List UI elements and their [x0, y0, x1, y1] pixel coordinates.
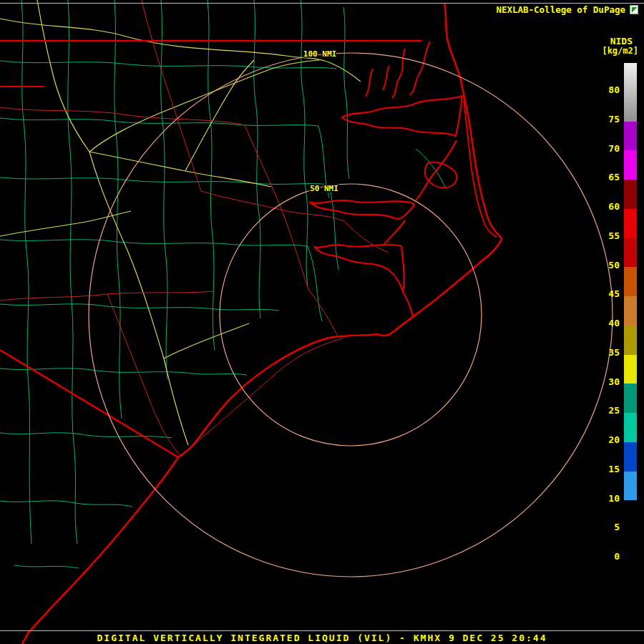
- colorbar-segment: [624, 530, 637, 559]
- colorbar-tick-label: 10: [608, 492, 620, 503]
- range-ring-50nmi: [220, 184, 482, 446]
- colorbar-segment: [624, 355, 637, 384]
- colorbar-tick-label: 5: [614, 522, 620, 532]
- state-border-south: [0, 350, 178, 457]
- coastline-path: [22, 3, 502, 644]
- colorbar-ticks: 80757065605550454035302520151050: [600, 0, 620, 644]
- colorbar-segment: [624, 63, 637, 122]
- river-north-1: [410, 42, 430, 95]
- roads-layer: [0, 0, 361, 445]
- range-ring-label-100: 100 NMI: [303, 49, 336, 59]
- neuse-mouth: [403, 291, 413, 317]
- colorbar-segment: [624, 326, 637, 355]
- colorbar-tick-label: 80: [608, 84, 620, 95]
- river-north-3: [383, 66, 389, 90]
- colorbar-segment: [624, 384, 637, 413]
- colorbar-tick-label: 25: [608, 405, 620, 416]
- colorbar-tick-label: 70: [608, 142, 620, 153]
- shore-connector: [384, 220, 405, 244]
- colorbar-tick-label: 65: [608, 172, 620, 182]
- neuse-river: [314, 245, 404, 291]
- sound-west-shore: [416, 140, 457, 200]
- colorbar-segment: [624, 472, 637, 501]
- colorbar-tick-label: 40: [608, 318, 620, 328]
- bottom-divider: [0, 630, 644, 631]
- colorbar-segment: [624, 296, 637, 326]
- colorbar-segment: [624, 150, 637, 180]
- colorbar-tick-label: 20: [608, 434, 620, 445]
- colorbar-segment: [624, 413, 637, 442]
- colorbar-segment: [624, 209, 637, 238]
- colorbar-segment: [624, 122, 637, 151]
- radar-map: 100 NMI 50 NMI: [0, 0, 644, 644]
- colorbar-segment: [624, 180, 637, 209]
- colorbar-segment: [624, 500, 637, 530]
- river-north-2: [392, 49, 405, 98]
- colorbar-segment: [624, 267, 637, 296]
- product-caption: DIGITAL VERTICALLY INTEGRATED LIQUID (VI…: [0, 633, 644, 643]
- river-north-4: [366, 69, 373, 97]
- colorbar-tick-label: 55: [608, 230, 620, 240]
- colorbar-tick-label: 15: [608, 463, 620, 474]
- college-of-dupage-logo-icon: [630, 5, 638, 14]
- range-ring-label-50: 50 NMI: [310, 184, 338, 193]
- range-ring-100nmi: [89, 53, 613, 577]
- colorbar-tick-label: 75: [608, 113, 620, 124]
- coastline-layer: [0, 3, 502, 644]
- colorbar-segment: [624, 238, 637, 268]
- colorbar-scale: [624, 63, 637, 559]
- colorbar-tick-label: 35: [608, 346, 620, 357]
- colorbar-segment: [624, 442, 637, 472]
- colorbar-tick-label: 50: [608, 259, 620, 270]
- colorbar-tick-label: 60: [608, 201, 620, 212]
- colorbar-tick-label: 0: [614, 551, 620, 562]
- range-rings-layer: [89, 53, 613, 577]
- radar-display: 100 NMI 50 NMI NEXLAB-College of DuPage …: [0, 0, 644, 644]
- albemarle-sound: [342, 96, 462, 136]
- colorbar-tick-label: 45: [608, 288, 620, 299]
- top-divider: [0, 3, 644, 4]
- highways-layer: [0, 0, 389, 457]
- county-lines-layer: [0, 0, 446, 568]
- colorbar-tick-label: 30: [608, 376, 620, 386]
